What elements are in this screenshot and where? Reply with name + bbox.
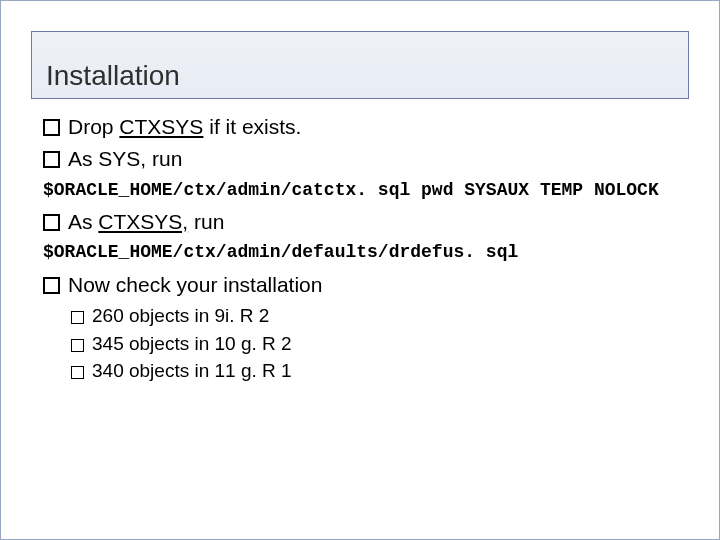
square-bullet-icon	[71, 339, 84, 352]
bullet-text: Drop CTXSYS if it exists.	[68, 113, 301, 141]
content-area: Drop CTXSYS if it exists. As SYS, run $O…	[43, 113, 689, 386]
slide-title: Installation	[46, 60, 180, 91]
bullet-text: As CTXSYS, run	[68, 208, 224, 236]
sub-bullet-text: 345 objects in 10 g. R 2	[92, 331, 292, 357]
sub-bullet-text: 260 objects in 9i. R 2	[92, 303, 269, 329]
square-bullet-icon	[43, 277, 60, 294]
sub-bullet-text: 340 objects in 11 g. R 1	[92, 358, 292, 384]
square-bullet-icon	[43, 214, 60, 231]
bullet-text: As SYS, run	[68, 145, 182, 173]
sub-bullet-2: 345 objects in 10 g. R 2	[71, 331, 689, 357]
code-line-2: $ORACLE_HOME/ctx/admin/defaults/drdefus.…	[43, 240, 689, 264]
bullet-3: As CTXSYS, run	[43, 208, 689, 236]
code-line-1: $ORACLE_HOME/ctx/admin/catctx. sql pwd S…	[43, 178, 689, 202]
square-bullet-icon	[71, 366, 84, 379]
bullet-1: Drop CTXSYS if it exists.	[43, 113, 689, 141]
square-bullet-icon	[43, 151, 60, 168]
title-box: Installation	[31, 31, 689, 99]
bullet-text: Now check your installation	[68, 271, 322, 299]
text-underline: CTXSYS,	[98, 210, 188, 233]
sub-bullet-3: 340 objects in 11 g. R 1	[71, 358, 689, 384]
text-fragment: As	[68, 210, 98, 233]
square-bullet-icon	[43, 119, 60, 136]
bullet-4: Now check your installation	[43, 271, 689, 299]
text-fragment: run	[188, 210, 224, 233]
square-bullet-icon	[71, 311, 84, 324]
slide: Installation Drop CTXSYS if it exists. A…	[0, 0, 720, 540]
text-fragment: if it exists.	[203, 115, 301, 138]
sub-list: 260 objects in 9i. R 2 345 objects in 10…	[71, 303, 689, 384]
sub-bullet-1: 260 objects in 9i. R 2	[71, 303, 689, 329]
text-fragment: Drop	[68, 115, 119, 138]
text-underline: CTXSYS	[119, 115, 203, 138]
bullet-2: As SYS, run	[43, 145, 689, 173]
